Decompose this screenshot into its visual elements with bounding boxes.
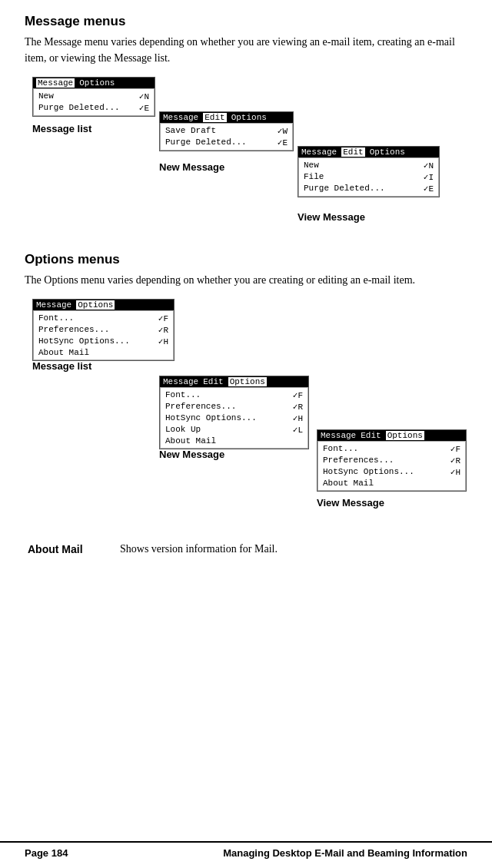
options-list-menu: Message Options Font...✓F Preferences...… (32, 299, 175, 361)
footer-chapter-title: Managing Desktop E-Mail and Beaming Info… (223, 847, 467, 859)
section1-title: Message menus (25, 14, 467, 29)
message-list-menu: Message Options New✓N Purge Deleted...✓E (32, 77, 155, 117)
options-list-label: Message list (32, 360, 91, 372)
about-mail-label: About Mail (28, 543, 120, 555)
about-mail-desc: Shows version information for Mail. (120, 543, 278, 555)
new-message-label: New Message (159, 161, 224, 173)
options-new-label: New Message (159, 449, 224, 460)
footer-page-number: Page 184 (25, 847, 68, 859)
message-list-label: Message list (32, 123, 91, 134)
section1-desc: The Message menu varies depending on whe… (25, 34, 467, 66)
options-view-label: View Message (317, 497, 384, 509)
section2-desc: The Options menu varies depending on whe… (25, 272, 467, 288)
options-menus-diagram: Message Options Font...✓F Preferences...… (25, 299, 467, 522)
section2-title: Options menus (25, 252, 467, 267)
about-mail-section: About Mail Shows version information for… (25, 543, 467, 555)
options-section: Options menus The Options menu varies de… (25, 252, 467, 522)
options-view-menu: Message Edit Options Font...✓F Preferenc… (317, 429, 467, 492)
message-menus-diagram: Message Options New✓N Purge Deleted...✓E… (25, 77, 467, 230)
view-message-label: View Message (298, 211, 365, 223)
new-message-menu: Message Edit Options Save Draft✓W Purge … (159, 111, 294, 151)
view-message-menu: Message Edit Options New✓N File✓I Purge … (298, 146, 440, 197)
page-content: Message menus The Message menu varies de… (0, 0, 492, 571)
page-footer: Page 184 Managing Desktop E-Mail and Bea… (0, 841, 492, 859)
options-new-menu: Message Edit Options Font...✓F Preferenc… (159, 376, 309, 449)
